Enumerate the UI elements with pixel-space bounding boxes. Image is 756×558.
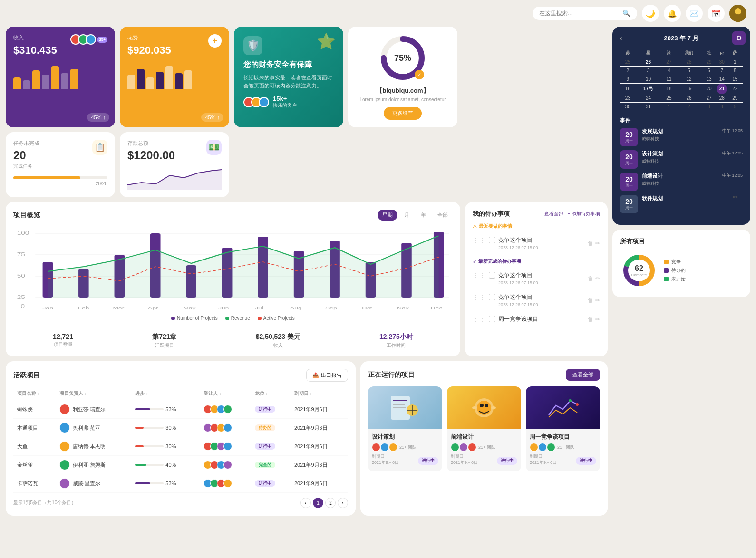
todo-delete-3[interactable]: 🗑 bbox=[588, 297, 593, 304]
cal-day[interactable]: 4 bbox=[717, 103, 727, 111]
cal-day[interactable]: 10 bbox=[636, 75, 661, 84]
cal-day[interactable]: 13 bbox=[701, 75, 717, 84]
mail-icon[interactable]: ✉️ bbox=[686, 5, 703, 22]
cal-day[interactable]: 7 bbox=[717, 67, 727, 75]
cal-day[interactable]: 31 bbox=[636, 103, 661, 111]
cal-day[interactable]: 19 bbox=[677, 84, 701, 94]
cal-day[interactable]: 1 bbox=[661, 103, 677, 111]
todo-view-all-link[interactable]: 查看全部 bbox=[544, 211, 563, 217]
proj-due-3: 到期日 2021年9月6日 bbox=[530, 453, 557, 468]
tab-year[interactable]: 年 bbox=[416, 210, 431, 221]
todo-delete-2[interactable]: 🗑 bbox=[588, 275, 593, 282]
cal-day[interactable]: 26 bbox=[636, 58, 661, 67]
cal-day[interactable]: 18 bbox=[661, 84, 677, 94]
todo-add-link[interactable]: + 添加待办事项 bbox=[567, 211, 600, 217]
cal-day[interactable]: 11 bbox=[661, 75, 677, 84]
todo-edit-1[interactable]: ✏ bbox=[595, 240, 600, 247]
search-box[interactable]: 🔍 bbox=[533, 7, 637, 20]
cal-prev-button[interactable]: ‹ bbox=[620, 34, 622, 43]
cal-day[interactable]: 22 bbox=[727, 84, 743, 94]
proj-card-1: 设计策划 21+ 团队 到期日 2021年9月6日 bbox=[368, 386, 442, 471]
add-expense-button[interactable]: + bbox=[208, 34, 222, 48]
moon-icon[interactable]: 🌙 bbox=[642, 5, 659, 22]
cal-day[interactable]: 27 bbox=[701, 94, 717, 103]
cal-day[interactable]: 30 bbox=[717, 58, 727, 67]
todo-checkbox-4[interactable] bbox=[489, 316, 495, 322]
todo-edit-2[interactable]: ✏ bbox=[595, 275, 600, 282]
drag-handle-1[interactable]: ⋮⋮ bbox=[473, 236, 486, 244]
tab-all[interactable]: 全部 bbox=[433, 210, 453, 221]
bell-icon[interactable]: 🔔 bbox=[664, 5, 681, 22]
cal-day[interactable]: 24 bbox=[636, 94, 661, 103]
cal-day[interactable]: 28 bbox=[717, 94, 727, 103]
cal-day[interactable]: 8 bbox=[727, 67, 743, 75]
drag-handle-2[interactable]: ⋮⋮ bbox=[473, 271, 486, 279]
cal-day[interactable]: 4 bbox=[661, 67, 677, 75]
cal-day[interactable]: 3 bbox=[636, 67, 661, 75]
cal-day[interactable]: 29 bbox=[727, 94, 743, 103]
cal-day[interactable]: 23 bbox=[620, 94, 636, 103]
cal-day[interactable]: 6 bbox=[701, 67, 717, 75]
proj-due-1: 到期日 2021年9月6日 bbox=[372, 453, 399, 468]
todo-edit-3[interactable]: ✏ bbox=[595, 297, 600, 304]
cal-day[interactable]: 2 bbox=[677, 103, 701, 111]
cal-day[interactable]: 1 bbox=[727, 58, 743, 67]
legend-revenue: Revenue bbox=[225, 316, 250, 321]
expenses-bar-chart bbox=[127, 60, 222, 89]
calendar-icon[interactable]: 📅 bbox=[708, 5, 725, 22]
export-button[interactable]: 📤 出口报告 bbox=[306, 369, 348, 382]
cal-day[interactable]: 29 bbox=[701, 58, 717, 67]
cal-day[interactable]: 3 bbox=[701, 103, 717, 111]
tab-week[interactable]: 星期 bbox=[378, 210, 397, 221]
stat-revenue-label: 收入 bbox=[256, 342, 300, 349]
cal-day[interactable]: 26 bbox=[677, 94, 701, 103]
progress-detail-button[interactable]: 更多细节 bbox=[384, 107, 422, 120]
settings-button[interactable]: ⚙ bbox=[732, 31, 746, 45]
cal-day[interactable]: 25 bbox=[620, 58, 636, 67]
table-row: 金丝雀 伊利亚·詹姆斯 40% bbox=[13, 456, 348, 474]
progress-desc: Lorem ipsum dolor sat amet, consectetur bbox=[359, 97, 446, 102]
avatar-3 bbox=[86, 34, 96, 45]
cal-day[interactable]: 25 bbox=[661, 94, 677, 103]
todo-item-2: ⋮⋮ 竞争这个项目 2023-12-26 07:15:00 🗑 ✏ bbox=[473, 268, 600, 289]
todo-delete-4[interactable]: 🗑 bbox=[588, 316, 593, 323]
svg-text:Nov: Nov bbox=[397, 306, 409, 310]
todo-delete-1[interactable]: 🗑 bbox=[588, 240, 593, 247]
cal-day[interactable]: 5 bbox=[727, 103, 743, 111]
cal-day[interactable]: 2 bbox=[620, 67, 636, 75]
cal-day[interactable]: 27 bbox=[661, 58, 677, 67]
row3-avatar bbox=[59, 441, 70, 452]
cal-day[interactable]: 28 bbox=[677, 58, 701, 67]
sec-avatar-3 bbox=[259, 97, 269, 107]
prev-page-button[interactable]: ‹ bbox=[300, 498, 311, 508]
page-2-button[interactable]: 2 bbox=[325, 498, 336, 508]
legend-projects: Number of Projects bbox=[171, 316, 218, 321]
cal-day[interactable]: 14 bbox=[717, 75, 727, 84]
cal-day[interactable]: 17号 bbox=[636, 84, 661, 94]
todo-checkbox-1[interactable] bbox=[489, 237, 495, 243]
cal-day[interactable]: 30 bbox=[620, 103, 636, 111]
search-input[interactable] bbox=[539, 10, 619, 17]
todo-checkbox-3[interactable] bbox=[489, 294, 495, 300]
view-all-button[interactable]: 查看全部 bbox=[566, 369, 600, 381]
bar-6 bbox=[61, 73, 68, 89]
cal-day[interactable]: 12 bbox=[677, 75, 701, 84]
cal-today[interactable]: 21 bbox=[717, 84, 727, 94]
todo-checkbox-2[interactable] bbox=[489, 272, 495, 279]
tab-month[interactable]: 月 bbox=[399, 210, 414, 221]
next-page-button[interactable]: › bbox=[338, 498, 348, 508]
warning-icon: ⚠ bbox=[473, 224, 477, 229]
todo-item-4-actions: 🗑 ✏ bbox=[588, 316, 600, 323]
revenue-bar-chart bbox=[13, 60, 107, 89]
user-avatar[interactable] bbox=[729, 5, 746, 22]
stat-projects-value: 12,721 bbox=[53, 333, 73, 340]
cal-day[interactable]: 16 bbox=[620, 84, 636, 94]
cal-day[interactable]: 5 bbox=[677, 67, 701, 75]
page-1-button[interactable]: 1 bbox=[313, 498, 323, 508]
cal-day[interactable]: 20 bbox=[701, 84, 717, 94]
drag-handle-3[interactable]: ⋮⋮ bbox=[473, 293, 486, 301]
todo-edit-4[interactable]: ✏ bbox=[595, 316, 600, 323]
cal-day[interactable]: 9 bbox=[620, 75, 636, 84]
drag-handle-4[interactable]: ⋮⋮ bbox=[473, 315, 486, 323]
cal-day[interactable]: 15 bbox=[727, 75, 743, 84]
